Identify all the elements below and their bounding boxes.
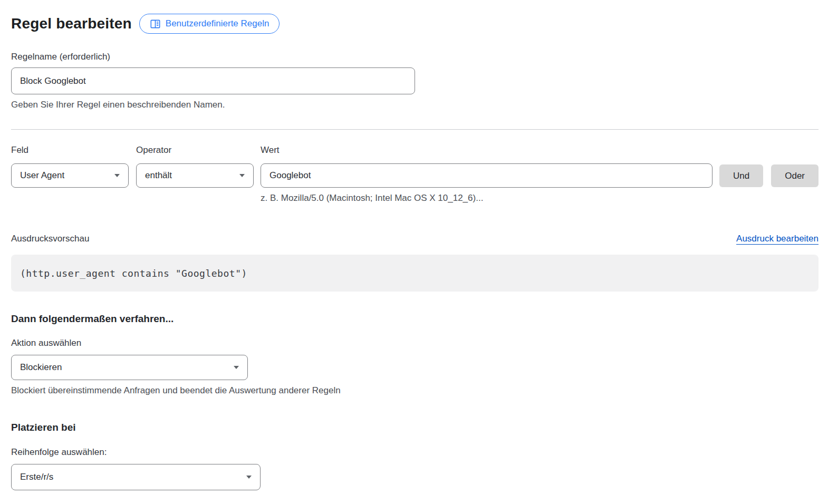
placement-section-heading: Platzieren bei [11,422,819,433]
chevron-down-icon [234,366,239,369]
order-select-value: Erste/r/s [20,472,53,482]
page-header: Regel bearbeiten Benutzerdefinierte Rege… [11,14,819,34]
value-input[interactable] [261,163,713,188]
action-select[interactable]: Blockieren [11,355,248,380]
open-book-icon [150,18,161,30]
operator-column: Operator enthält [136,145,254,188]
action-help: Blockiert übereinstimmende Anfragen und … [11,385,819,396]
action-select-value: Blockieren [20,362,62,373]
rule-name-group: Regelname (erforderlich) Geben Sie Ihrer… [11,52,819,110]
edit-expression-link[interactable]: Ausdruck bearbeiten [736,234,819,244]
edit-rule-page: Regel bearbeiten Benutzerdefinierte Rege… [0,0,828,504]
rule-name-help: Geben Sie Ihrer Regel einen beschreibend… [11,100,819,110]
expression-preview-label: Ausdrucksvorschau [11,234,89,244]
and-button[interactable]: Und [719,164,763,187]
and-button-column: Und [719,145,763,187]
page-title: Regel bearbeiten [11,15,132,32]
action-section-heading: Dann folgendermaßen verfahren... [11,313,819,325]
custom-rules-badge-button[interactable]: Benutzerdefinierte Regeln [139,14,280,34]
value-help: z. B. Mozilla/5.0 (Macintosh; Intel Mac … [261,193,713,203]
action-label: Aktion auswählen [11,338,819,348]
chevron-down-icon [246,476,252,479]
expression-header: Ausdrucksvorschau Ausdruck bearbeiten [11,234,819,244]
expression-preview-box: (http.user_agent contains "Googlebot") [11,255,819,292]
or-button[interactable]: Oder [771,164,819,187]
value-column: Wert z. B. Mozilla/5.0 (Macintosh; Intel… [261,145,713,203]
chevron-down-icon [114,174,120,177]
section-divider [11,129,819,130]
order-select[interactable]: Erste/r/s [11,464,261,490]
rule-name-input[interactable] [11,67,415,94]
field-select[interactable]: User Agent [11,163,129,188]
operator-select[interactable]: enthält [136,163,254,188]
field-select-value: User Agent [20,170,64,181]
or-button-column: Oder [771,145,819,187]
expression-code: (http.user_agent contains "Googlebot") [20,268,247,279]
order-label: Reihenfolge auswählen: [11,447,819,458]
condition-row: Feld User Agent Operator enthält Wert z.… [11,145,819,203]
rule-name-label: Regelname (erforderlich) [11,52,819,62]
custom-rules-badge-label: Benutzerdefinierte Regeln [166,18,269,29]
value-label: Wert [261,145,713,156]
operator-select-value: enthält [145,170,172,181]
field-label: Feld [11,145,129,156]
chevron-down-icon [239,174,245,177]
field-column: Feld User Agent [11,145,129,188]
operator-label: Operator [136,145,254,156]
